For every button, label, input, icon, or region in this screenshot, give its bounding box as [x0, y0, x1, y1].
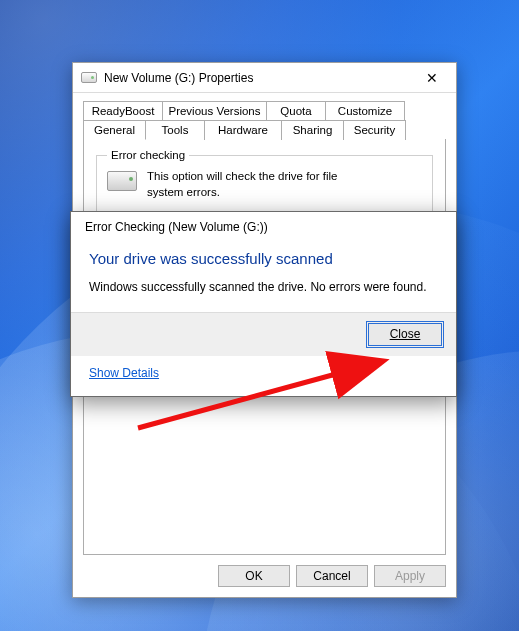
tab-security[interactable]: Security — [343, 120, 406, 140]
dialog-header: Error Checking (New Volume (G:)) — [71, 212, 456, 238]
tab-general[interactable]: General — [83, 120, 146, 140]
tab-strip: ReadyBoost Previous Versions Quota Custo… — [83, 101, 446, 140]
cancel-button[interactable]: Cancel — [296, 565, 368, 587]
drive-icon — [81, 72, 97, 83]
dialog-body: Windows successfully scanned the drive. … — [89, 279, 438, 296]
show-details-link[interactable]: Show Details — [89, 366, 159, 380]
close-button[interactable]: Close — [368, 323, 442, 346]
tab-hardware[interactable]: Hardware — [204, 120, 282, 140]
error-checking-dialog: Error Checking (New Volume (G:)) Your dr… — [70, 211, 457, 397]
tab-sharing[interactable]: Sharing — [281, 120, 344, 140]
apply-button: Apply — [374, 565, 446, 587]
dialog-title: Your drive was successfully scanned — [89, 244, 438, 279]
tab-readyboost[interactable]: ReadyBoost — [83, 101, 163, 121]
tab-quota[interactable]: Quota — [266, 101, 326, 121]
tab-tools[interactable]: Tools — [145, 120, 205, 140]
titlebar[interactable]: New Volume (G:) Properties ✕ — [73, 63, 456, 93]
ok-button[interactable]: OK — [218, 565, 290, 587]
drive-icon — [107, 171, 137, 191]
group-description: This option will check the drive for fil… — [147, 169, 367, 200]
group-legend: Error checking — [107, 149, 189, 161]
tab-previous-versions[interactable]: Previous Versions — [162, 101, 267, 121]
dialog-button-row: OK Cancel Apply — [83, 555, 446, 587]
window-title: New Volume (G:) Properties — [104, 71, 412, 85]
tab-customize[interactable]: Customize — [325, 101, 405, 121]
error-checking-group: Error checking This option will check th… — [96, 149, 433, 213]
close-icon[interactable]: ✕ — [412, 70, 452, 86]
